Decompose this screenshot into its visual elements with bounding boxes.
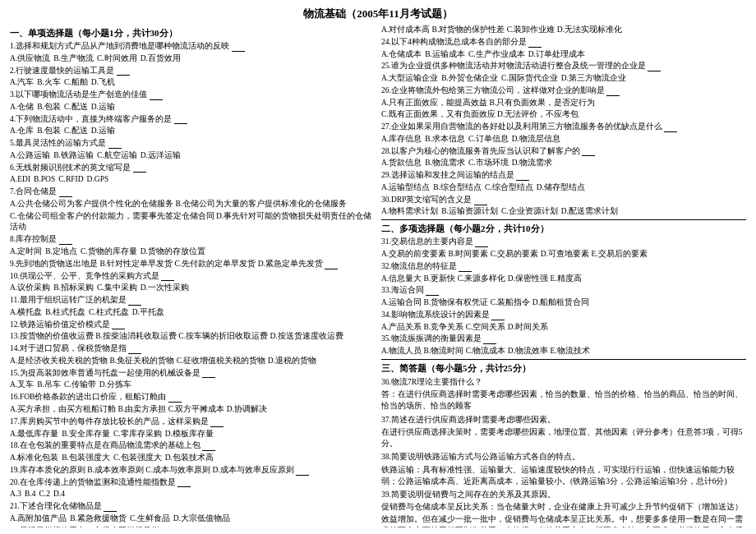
q16: 16.FOB价格条款的进出口价应，租船订舱由 A.买方承担，由买方租船订舱 B.… [10, 392, 375, 416]
q25: 25.谁为企业提供多种物流活动并对物流活动进行整合及统一管理的企业是 A.大型运… [381, 61, 746, 85]
q26: 26.企业将物流外包给第三方物流公司，这样做对企业的影响是 A.只有正面效应，能… [381, 85, 746, 121]
q38: 38.简要说明铁路运输方式与公路运输方式各自的特点。 铁路运输：具有标准性强、运… [381, 451, 746, 487]
left-column: 一、单项选择题（每小题1分，共计30分） 1.选择和规划方式产品从产地到消费地是… [10, 25, 375, 527]
q37: 37.简述在进行供应商选择时需要考虑哪些因素。 在进行供应商选择决策时，需要考虑… [381, 414, 746, 450]
section-divider-3 [381, 359, 746, 360]
q5: 5.最具灵活性的运输方式是 A.公路运输 B.铁路运输 C.航空运输 D.远洋运… [10, 138, 375, 162]
q33: 33.海运合同 A.运输合同 B.货物保有权凭证 C.装船指令 D.船舶租赁合同 [381, 285, 746, 309]
q21: 21.下述合理化仓储物品是 A.高附加值产品 B.紧急救援物货 C.生鲜食品 D… [10, 501, 375, 525]
q30: 30.DRP英文缩写的含义是 A.物料需求计划 B.运输资源计划 C.企业资源计… [381, 195, 746, 219]
q22: 22.最运量指标体系中，交贷水平指标是指 A.运输量标准体系中，交贷水平指标是指… [10, 526, 375, 527]
q39: 39.简要说明促销费与之间存在的关系及其原因。 促销费与仓储成本呈反比关系：当仓… [381, 489, 746, 527]
q31: 31.交易信息的主要内容是 A.交易的前变要素 B.时间要素 C.交易的要素 D… [381, 237, 746, 260]
q23-opts: A.对付成本高 B.对货物的保护性差 C.装卸作业难 D.无法实现标准化 [381, 25, 746, 36]
q36: 36.物流7R理论主要指什么？ 答：在进行供应商选择时需要考虑哪些因素，恰当的数… [381, 376, 746, 412]
q8: 8.库存控制是 A.定时间 B.定地点 C.货物的库存量 D.货物的存放位置 [10, 234, 375, 258]
q20: 20.在仓库传递上的货物监测和流通性能指数是 A.3 B.4 C.2 D.4 [10, 477, 375, 501]
q32: 32.物流信息的特征是 A.信息量大 B.更新快 C.来源多样化 D.保密性强 … [381, 261, 746, 285]
q7: 7.合同仓储是 A.公共仓储公司为客户提供个性化的仓储服务 B.仓储公司为大量的… [10, 186, 375, 233]
q24: 24.以下4种构成物流总成本各自的部分是 A.仓储成本 B.运输成本 C.生产作… [381, 37, 746, 61]
q34: 34.影响物流系统设计的因素是 A.产品关系 B.竞争关系 C.空间关系 D.时… [381, 310, 746, 334]
q6: 6.无线射频识别技术的英文缩写是 A.EDI B.POS C.RFID D.GP… [10, 163, 375, 186]
q2: 2.行驶速度最快的运输工具是 A.汽车 B.火车 C.船舶 D.飞机 [10, 66, 375, 90]
q12: 12.铁路运输价值定价模式是 [10, 320, 375, 331]
essay-section: 36.物流7R理论主要指什么？ 答：在进行供应商选择时需要考虑哪些因素，恰当的数… [381, 376, 746, 527]
q29: 29.选择运输和发挂之间运输的结点是 A.运输型结点 B.综合型结点 C.综合型… [381, 170, 746, 194]
q35: 35.物流振振调的衡量因素是 A.物流人员 B.物流时间 C.物流成本 D.物流… [381, 334, 746, 357]
q19: 19.库存本质化的原则 B.成本效率原则 C.成本与效率原则 D.成本与效率反应… [10, 465, 375, 476]
section-divider-2 [381, 219, 746, 220]
q1: 1.选择和规划方式产品从产地到消费地是哪种物流活动的反映 A.供应物流 B.生产… [10, 41, 375, 65]
part3-title: 三、简答题（每小题5分，共计25分） [381, 362, 746, 375]
q18: 18.在仓包装的重要特点是在商品物流需求的基础上包 A.标准化包装 B.包装强度… [10, 440, 375, 464]
q15: 15.为提高装卸效率普通与托盘一起使用的机械设备是 A.叉车 B.吊车 C.传输… [10, 368, 375, 392]
q3: 3.以下哪项物流活动是生产创造的佳值 A.仓储 B.包装 C.配送 D.运输 [10, 90, 375, 113]
q11: 11.最用于组织运转广泛的机架是 A.横托盘 B.柱式托盘 C.柱式托盘 D.平… [10, 295, 375, 319]
q28: 28.以客户为核心的物流服务首先应当认识和了解客户的 A.货款信息 B.物流需求… [381, 146, 746, 170]
exam-page: 物流基础（2005年11月考试题） 一、单项选择题（每小题1分，共计30分） 1… [0, 0, 756, 534]
page-title: 物流基础（2005年11月考试题） [10, 7, 746, 21]
q9: 9.先到地的货物送出地是 B.针对性定单早发货 C.先付款的定单早发货 D.紧急… [10, 259, 375, 270]
part2-title: 二、多项选择题（每小题2分，共计10分） [381, 223, 746, 235]
q10: 10.供现公平、公平、竞争性的采购方式是 A.议价采购 B.招标采购 C.集中采… [10, 271, 375, 295]
content-area: 一、单项选择题（每小题1分，共计30分） 1.选择和规划方式产品从产地到消费地是… [10, 25, 746, 527]
part1-title: 一、单项选择题（每小题1分，共计30分） [10, 27, 375, 39]
q27: 27.企业如果采用自营物流的各好处以及利用第三方物流服务各的优缺点是什么 A.库… [381, 122, 746, 145]
q13: 13.按货物的价值收运费 B.按柴油消耗收取运费 C.按车辆的折旧收取运费 D.… [10, 331, 375, 343]
q17: 17.库房购买节中的每件存放比较长的产品，这样采购是 A.最低库存量 B.安全库… [10, 417, 375, 440]
q14: 14.对于进口贸易，保税货物是指 A.是经济收关税关税的货物 B.免征关税的货物… [10, 343, 375, 367]
right-column: A.对付成本高 B.对货物的保护性差 C.装卸作业难 D.无法实现标准化 24.… [381, 25, 746, 527]
q4: 4.下列物流活动中，直接为终端客户服务的是 A.仓库 B.包装 C.配送 D.运… [10, 114, 375, 138]
